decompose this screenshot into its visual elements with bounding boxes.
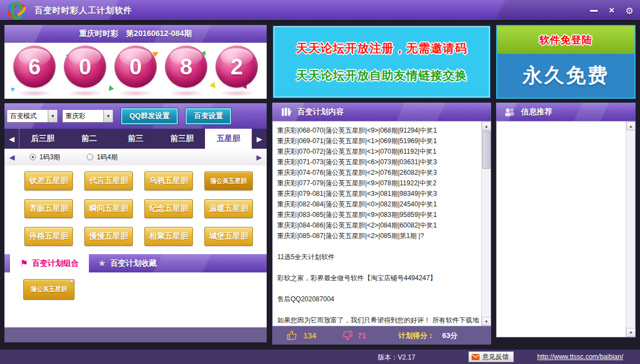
- plan-content-box[interactable]: 重庆彩|068-070|蒲公英五星胆|<9>|068期|91294|中奖1重庆彩…: [272, 121, 491, 326]
- dislike-count: 71: [357, 331, 366, 340]
- tab-plan-favorites[interactable]: ★ 百变计划收藏: [98, 254, 157, 272]
- tab-wuxingdan[interactable]: 五星胆: [205, 129, 252, 149]
- period-next-arrow[interactable]: ▶: [252, 153, 267, 161]
- plan-content-header: 百变计划内容: [272, 103, 491, 121]
- info-panel-header: 信息推荐: [496, 103, 636, 121]
- tab-qiansan[interactable]: 前三: [112, 129, 159, 149]
- plan-type-button[interactable]: 钦差五星胆: [24, 171, 73, 190]
- lottery-issue: 第20160612-084期: [126, 29, 192, 39]
- minimize-button[interactable]: [587, 4, 601, 17]
- scroll-up-icon[interactable]: ▲: [626, 122, 636, 130]
- plan-type-button[interactable]: 相聚五星胆: [144, 227, 193, 246]
- close-button[interactable]: ×: [604, 4, 619, 17]
- tabs-prev-arrow[interactable]: ◀: [4, 129, 19, 149]
- combo-chip-label: 蒲公英五星胆: [31, 285, 67, 294]
- tab-housandan[interactable]: 后三胆: [19, 129, 66, 149]
- promo-panel: 软件免登陆 永久免费: [496, 25, 636, 99]
- flag-icon: ⚑: [20, 259, 28, 268]
- chevron-down-icon[interactable]: ▼: [48, 110, 57, 122]
- score-value: 63分: [442, 331, 457, 341]
- lottery-ball: 8: [165, 46, 207, 88]
- plan-type-button[interactable]: 代言五星胆: [84, 171, 133, 190]
- ball-area: 6 0 0 8 2: [4, 43, 267, 99]
- promo-header: 软件免登陆: [497, 26, 634, 54]
- users-icon: [504, 108, 516, 117]
- plan-line: 重庆彩|074-076|蒲公英五星胆|<2>|076期|26082|中奖3: [277, 168, 479, 178]
- lottery-header: 重庆时时彩 第20160612-084期: [4, 25, 267, 43]
- plan-type-button[interactable]: 温暖五星胆: [204, 199, 253, 218]
- radio-label: 1码3期: [39, 153, 60, 162]
- dislike-button[interactable]: 71: [341, 330, 366, 341]
- plan-line: [277, 305, 479, 315]
- forum-ad-banner: 天天论坛开放注册，无需邀请码 天天论坛开放自助友情链接交换: [272, 25, 491, 99]
- banner-line-1: 天天论坛开放注册，无需邀请码: [296, 41, 467, 56]
- plan-type-button[interactable]: 停格五星胆: [24, 227, 73, 246]
- plan-type-button[interactable]: 瞬间五星胆: [84, 199, 133, 218]
- tab-strip: 后三胆 前二 前三 前三胆 五星胆: [19, 129, 252, 149]
- combo-chip[interactable]: 蒲公英五星胆 ×: [23, 279, 74, 300]
- like-button[interactable]: 134: [287, 330, 316, 341]
- radio-icon[interactable]: [29, 154, 36, 160]
- radio-1ma4qi[interactable]: 1码4期: [87, 153, 117, 162]
- lottery-result-panel: 重庆时时彩 第20160612-084期 6 0 0 8 2: [4, 25, 267, 99]
- plan-type-button[interactable]: 纪念五星胆: [144, 199, 193, 218]
- plan-type-button[interactable]: 养眼五星胆: [24, 199, 73, 218]
- plan-tab-bar: ◀ 后三胆 前二 前三 前三胆 五星胆 ▶: [4, 129, 267, 149]
- score-label: 计划得分：: [398, 331, 434, 341]
- app-logo-icon: [6, 2, 28, 19]
- tabs-next-arrow[interactable]: ▶: [252, 129, 267, 149]
- website-link[interactable]: http://www.ttssc.com/baibian/: [537, 353, 623, 361]
- lottery-ball: 0: [114, 46, 157, 88]
- title-bar: 百变时时彩人工计划软件 × ⚙: [0, 0, 640, 21]
- settings-gear-button[interactable]: ⚙: [622, 4, 637, 17]
- tab-qiansandan[interactable]: 前三胆: [159, 129, 206, 149]
- baibian-settings-button[interactable]: 百变设置: [186, 108, 231, 124]
- info-list-box[interactable]: ▲ ▼: [496, 121, 636, 337]
- period-prev-arrow[interactable]: ◀: [4, 153, 19, 161]
- plan-line: 重庆彩|070-072|蒲公英五星胆|<1>|070期|61192|中奖1: [277, 146, 479, 157]
- plan-line: 重庆彩|083-085|蒲公英五星胆|<9>|083期|95859|中奖1: [277, 210, 479, 220]
- info-scrollbar[interactable]: ▲ ▼: [626, 122, 635, 337]
- lottery-select-value: 重庆彩: [63, 110, 103, 122]
- plan-line: 重庆彩|077-079|蒲公英五星胆|<9>|078期|11922|中奖2: [277, 178, 479, 189]
- lottery-select[interactable]: 重庆彩 ▼: [62, 109, 113, 123]
- scroll-down-icon[interactable]: ▼: [626, 328, 636, 337]
- plan-line: 重庆彩|071-073|蒲公英五星胆|<6>|073期|03631|中奖3: [277, 157, 479, 168]
- app-window: 百变时时彩人工计划软件 × ⚙ 重庆时时彩 第20160612-084期 6 0…: [0, 0, 640, 364]
- ball-digit: 6: [28, 54, 41, 79]
- plan-line: 彩软之家，彩界最全做号软件【淘宝店铺号4494247】: [277, 273, 479, 284]
- ball-digit: 2: [231, 54, 243, 79]
- promo-header-text: 软件免登陆: [539, 33, 592, 47]
- plan-type-button-selected[interactable]: 蒲公英五星胆: [204, 171, 253, 190]
- feedback-label: 意见反馈: [482, 352, 509, 362]
- combo-content-area: 蒲公英五星胆 ×: [4, 272, 267, 327]
- feedback-button[interactable]: 意见反馈: [468, 351, 514, 362]
- plan-line: 11选5全天计划软件: [277, 252, 479, 262]
- chip-close-icon[interactable]: ×: [70, 278, 73, 285]
- plan-line: 重庆彩|082-084|蒲公英五星胆|<0>|082期|24540|中奖1: [277, 199, 479, 210]
- chevron-down-icon[interactable]: ▼: [103, 110, 113, 122]
- mode-select[interactable]: 百变模式 ▼: [7, 109, 58, 123]
- radio-1ma3qi[interactable]: 1码3期: [29, 153, 60, 162]
- info-panel-title: 信息推荐: [521, 107, 552, 117]
- tab-qianer[interactable]: 前二: [66, 129, 113, 149]
- plan-type-button[interactable]: 乌鸦五星胆: [144, 171, 193, 190]
- window-title: 百变时时彩人工计划软件: [34, 6, 132, 16]
- scrollbar-thumb[interactable]: [482, 131, 491, 169]
- plan-type-button[interactable]: 慢慢五星胆: [84, 227, 133, 246]
- mail-icon: [472, 354, 479, 360]
- toolbar-strip: 百变模式 ▼ 重庆彩 ▼ QQ群发设置 百变设置: [4, 103, 267, 129]
- confetti-icon: [209, 82, 216, 89]
- footer-bar: 版本：V2.17 意见反馈 http://www.ttssc.com/baibi…: [0, 350, 640, 364]
- tab-plan-combo[interactable]: ⚑ 百变计划组合: [10, 254, 89, 272]
- scroll-up-icon[interactable]: ▲: [482, 122, 491, 130]
- scroll-down-icon[interactable]: ▼: [482, 317, 491, 326]
- lottery-name: 重庆时时彩: [79, 29, 118, 39]
- plan-line: 重庆彩|085-087|蒲公英五星胆|<2>|085期|第1期 |?: [277, 231, 479, 241]
- plan-scrollbar[interactable]: ▲ ▼: [481, 122, 491, 326]
- plan-line: 售后QQ202087004: [277, 294, 479, 305]
- thumbs-down-icon: [341, 330, 353, 341]
- qq-group-settings-button[interactable]: QQ群发设置: [121, 108, 178, 124]
- radio-icon[interactable]: [87, 154, 93, 160]
- plan-type-button[interactable]: 城堡五星胆: [204, 227, 253, 246]
